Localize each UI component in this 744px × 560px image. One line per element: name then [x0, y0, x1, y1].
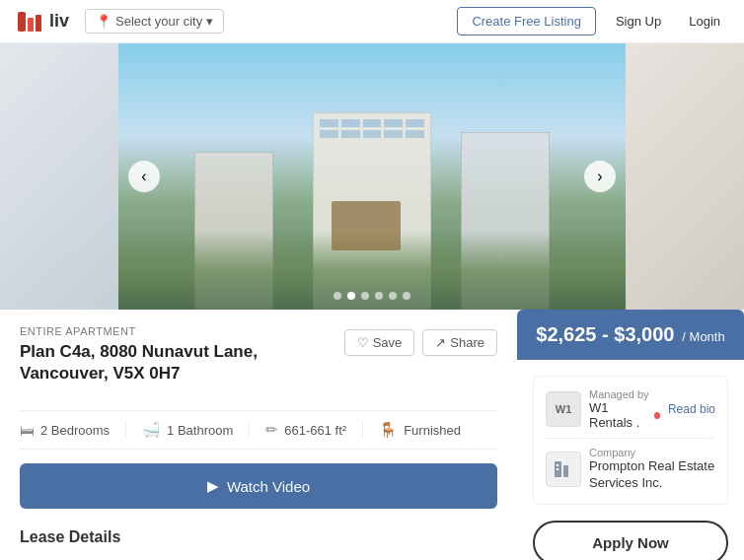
avatar-text: W1: [556, 403, 572, 415]
save-button[interactable]: ♡ Save: [344, 329, 415, 356]
company-icon: [546, 452, 581, 487]
carousel-right-image: [626, 43, 744, 310]
listing-type: ENTIRE APARTMENT: [20, 325, 344, 337]
amenity-size-text: 661-661 ft²: [284, 423, 346, 438]
price-range: $2,625 - $3,000: [536, 323, 674, 345]
svg-rect-1: [28, 18, 34, 32]
chevron-down-icon: ▾: [206, 14, 213, 29]
carousel-dot-4[interactable]: [375, 292, 383, 300]
svg-rect-5: [557, 464, 558, 466]
manager-info: Managed by W1 Rentals .: [589, 388, 660, 430]
svg-rect-6: [557, 468, 558, 470]
login-button[interactable]: Login: [681, 10, 728, 33]
main-content: ENTIRE APARTMENT Plan C4a, 8080 Nunavut …: [0, 310, 744, 560]
carousel-dot-2[interactable]: [347, 292, 355, 300]
amenity-furnished: 🪑 Furnished: [379, 421, 477, 439]
carousel-prev-button[interactable]: ‹: [128, 161, 160, 192]
share-label: Share: [450, 335, 484, 350]
header-left: liv 📍 Select your city ▾: [16, 8, 224, 35]
chair-icon: 🪑: [379, 421, 398, 439]
share-button[interactable]: ↗ Share: [422, 329, 497, 356]
header-right: Create Free Listing Sign Up Login: [457, 7, 728, 35]
carousel-dot-5[interactable]: [389, 292, 397, 300]
manager-name-text: W1 Rentals .: [589, 400, 650, 430]
manager-name: W1 Rentals .: [589, 400, 660, 430]
city-selector-text: Select your city: [115, 14, 202, 29]
listing-actions: ♡ Save ↗ Share: [344, 329, 497, 356]
save-label: Save: [373, 335, 403, 350]
listing-header: ENTIRE APARTMENT Plan C4a, 8080 Nunavut …: [20, 325, 344, 396]
building-icon: [552, 457, 575, 481]
watch-video-button[interactable]: ▶ Watch Video: [20, 463, 497, 509]
logo-text: liv: [49, 11, 69, 32]
ruler-icon: ✏: [265, 421, 278, 439]
svg-rect-2: [36, 15, 41, 32]
amenity-furnished-text: Furnished: [404, 423, 461, 438]
create-listing-button[interactable]: Create Free Listing: [457, 7, 596, 35]
logo: liv: [16, 8, 69, 35]
carousel-dot-3[interactable]: [361, 292, 369, 300]
bath-icon: 🛁: [142, 421, 161, 439]
amenity-size: ✏ 661-661 ft²: [265, 421, 363, 439]
manager-card: W1 Managed by W1 Rentals . Read bio: [533, 376, 728, 505]
amenity-bedrooms-text: 2 Bedrooms: [40, 423, 110, 438]
carousel-dot-1[interactable]: [334, 292, 341, 300]
video-icon: ▶: [207, 477, 219, 495]
amenity-bedrooms: 🛏 2 Bedrooms: [20, 421, 126, 439]
manager-avatar: W1: [546, 391, 581, 427]
heart-icon: ♡: [357, 335, 369, 350]
carousel-next-button[interactable]: ›: [584, 161, 616, 192]
logo-icon: [16, 8, 43, 35]
price-period: / Month: [682, 329, 724, 344]
share-icon: ↗: [435, 335, 446, 350]
bed-icon: 🛏: [20, 422, 35, 439]
read-bio-link[interactable]: Read bio: [668, 402, 715, 416]
amenities-bar: 🛏 2 Bedrooms 🛁 1 Bathroom ✏ 661-661 ft² …: [20, 410, 497, 450]
header: liv 📍 Select your city ▾ Create Free Lis…: [0, 0, 744, 43]
carousel-left-image: [0, 43, 118, 310]
sidebar-panel: $2,625 - $3,000 / Month W1 Managed by W1…: [517, 310, 744, 560]
listing-details: ENTIRE APARTMENT Plan C4a, 8080 Nunavut …: [0, 310, 517, 560]
managed-by-label: Managed by: [589, 388, 660, 400]
company-row: Company Prompton Real Estate Services In…: [546, 438, 715, 492]
manager-row: W1 Managed by W1 Rentals . Read bio: [546, 388, 715, 430]
carousel-main-image: [118, 43, 626, 310]
location-icon: 📍: [96, 14, 112, 29]
signup-button[interactable]: Sign Up: [608, 10, 669, 33]
image-carousel: ‹ ›: [0, 43, 744, 310]
company-name: Prompton Real Estate Services Inc.: [589, 458, 715, 492]
apply-now-button[interactable]: Apply Now: [533, 521, 728, 560]
price-header: $2,625 - $3,000 / Month: [517, 310, 744, 360]
carousel-dot-6[interactable]: [403, 292, 410, 300]
carousel-dots: [334, 292, 410, 300]
company-info: Company Prompton Real Estate Services In…: [589, 447, 715, 492]
svg-rect-0: [18, 12, 26, 32]
city-selector[interactable]: 📍 Select your city ▾: [85, 9, 224, 34]
lease-details-title: Lease Details: [20, 528, 497, 546]
svg-rect-4: [563, 465, 568, 477]
listing-title: Plan C4a, 8080 Nunavut Lane, Vancouver, …: [20, 341, 344, 385]
company-label: Company: [589, 447, 715, 458]
amenity-bathrooms: 🛁 1 Bathroom: [142, 421, 250, 439]
watch-video-label: Watch Video: [227, 478, 310, 495]
amenity-bathrooms-text: 1 Bathroom: [167, 423, 233, 438]
online-status-dot: [654, 412, 660, 419]
